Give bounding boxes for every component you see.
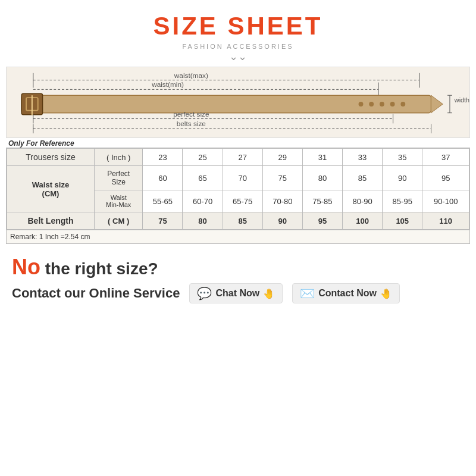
table-cell: 70 bbox=[223, 166, 262, 190]
subtitle: FASHION ACCESSORIES bbox=[182, 43, 293, 50]
svg-point-15 bbox=[390, 102, 395, 107]
chat-now-label: Chat Now bbox=[215, 288, 259, 299]
only-for-reference: Only For Reference bbox=[6, 139, 470, 148]
table-cell: 90-100 bbox=[422, 190, 469, 212]
svg-text:perfect size: perfect size bbox=[173, 110, 209, 118]
svg-text:belts size: belts size bbox=[177, 120, 206, 128]
table-cell: 80 bbox=[302, 166, 342, 190]
table-cell: 31 bbox=[302, 149, 342, 166]
chevrons-icon: ⌄⌄ bbox=[229, 51, 247, 62]
chat-now-button[interactable]: 💬 Chat Now 🤚 bbox=[189, 283, 283, 303]
table-cell: 75-85 bbox=[302, 190, 342, 212]
table-cell: 23 bbox=[143, 149, 183, 166]
table-cell: 105 bbox=[383, 212, 422, 230]
table-cell: 55-65 bbox=[143, 190, 183, 212]
table-cell: 85 bbox=[223, 212, 262, 230]
svg-point-13 bbox=[369, 102, 374, 107]
table-row-perfect: Waist size(CM) PerfectSize 60 65 70 75 8… bbox=[7, 166, 469, 190]
svg-text:waist(max): waist(max) bbox=[174, 71, 208, 80]
table-cell: 85 bbox=[343, 166, 383, 190]
table-cell: 85-95 bbox=[383, 190, 422, 212]
table-cell: 29 bbox=[262, 149, 302, 166]
table-cell: 100 bbox=[343, 212, 383, 230]
no-size-question: No the right size? bbox=[12, 255, 464, 280]
table-cell: 90 bbox=[262, 212, 302, 230]
table-row-belt-length: Belt Length ( CM ) 75 80 85 90 95 100 10… bbox=[7, 212, 469, 230]
table-cell: 65 bbox=[183, 166, 223, 190]
contact-line: Contact our Online Service 💬 Chat Now 🤚 … bbox=[12, 283, 464, 303]
inch-label: ( Inch ) bbox=[95, 149, 143, 166]
table-cell: 60-70 bbox=[183, 190, 223, 212]
remark-text: Remark: 1 Inch =2.54 cm bbox=[6, 230, 470, 244]
mail-icon: ✉️ bbox=[300, 286, 315, 300]
size-table-wrapper: Trousers size ( Inch ) 23 25 27 29 31 33… bbox=[6, 148, 470, 230]
table-cell: 95 bbox=[302, 212, 342, 230]
table-cell: 35 bbox=[383, 149, 422, 166]
page-title: SIZE SHEET bbox=[153, 12, 322, 40]
table-cell: 65-75 bbox=[223, 190, 262, 212]
svg-text:width: width bbox=[454, 96, 469, 104]
table-cell: 37 bbox=[422, 149, 469, 166]
svg-point-12 bbox=[359, 102, 364, 107]
hand-icon-2: 🤚 bbox=[380, 288, 392, 299]
belt-diagram: waist(max) waist(min) width bbox=[6, 67, 470, 138]
page: SIZE SHEET FASHION ACCESSORIES ⌄⌄ waist(… bbox=[0, 0, 476, 476]
table-cell: 70-80 bbox=[262, 190, 302, 212]
contact-text: Contact our Online Service bbox=[12, 286, 180, 301]
right-size-text: the right size? bbox=[45, 259, 158, 278]
hand-icon: 🤚 bbox=[263, 288, 275, 299]
belt-cm-label: ( CM ) bbox=[95, 212, 143, 230]
table-cell: 80 bbox=[183, 212, 223, 230]
contact-now-label: Contact Now bbox=[318, 288, 377, 299]
table-cell: 27 bbox=[223, 149, 262, 166]
table-cell: 110 bbox=[422, 212, 469, 230]
table-cell: 90 bbox=[383, 166, 422, 190]
table-cell: 25 bbox=[183, 149, 223, 166]
trousers-label: Trousers size bbox=[7, 149, 95, 166]
svg-text:waist(min): waist(min) bbox=[151, 80, 184, 89]
svg-point-14 bbox=[380, 102, 384, 107]
svg-point-16 bbox=[400, 102, 405, 107]
waist-size-label: Waist size(CM) bbox=[7, 166, 95, 212]
table-cell: 60 bbox=[143, 166, 183, 190]
table-cell: 95 bbox=[422, 166, 469, 190]
table-cell: 33 bbox=[343, 149, 383, 166]
waist-minmax-label: WaistMin-Max bbox=[95, 190, 143, 212]
belt-length-label: Belt Length bbox=[7, 212, 95, 230]
table-cell: 75 bbox=[143, 212, 183, 230]
size-table: Trousers size ( Inch ) 23 25 27 29 31 33… bbox=[7, 148, 469, 230]
bottom-section: No the right size? Contact our Online Se… bbox=[6, 255, 470, 303]
table-cell: 80-90 bbox=[343, 190, 383, 212]
chat-emoji-icon: 💬 bbox=[197, 286, 212, 300]
table-cell: 75 bbox=[262, 166, 302, 190]
table-row-trousers: Trousers size ( Inch ) 23 25 27 29 31 33… bbox=[7, 149, 469, 166]
no-text: No bbox=[12, 255, 40, 279]
contact-now-button[interactable]: ✉️ Contact Now 🤚 bbox=[292, 283, 400, 303]
perfect-size-label: PerfectSize bbox=[95, 166, 143, 190]
